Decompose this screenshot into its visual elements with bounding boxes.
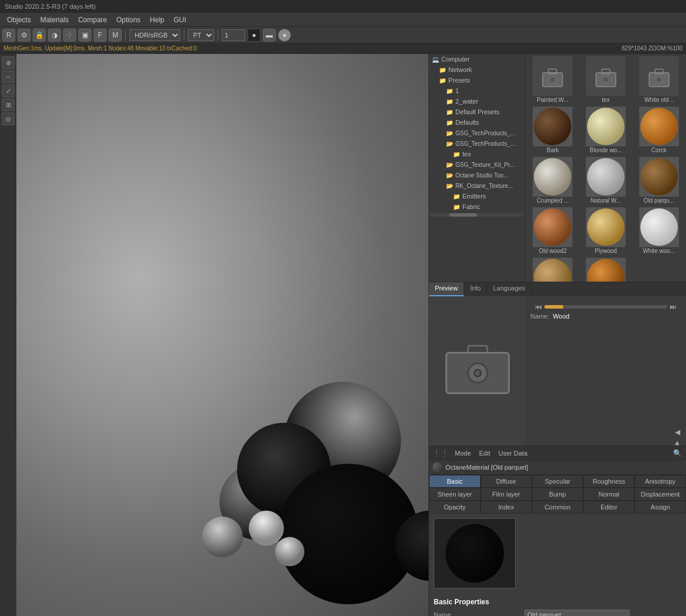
arrow-left-icon[interactable]: ◀ xyxy=(672,427,682,437)
toolbar-btn-plus[interactable]: ➕ xyxy=(63,29,76,42)
tree-scrollbar-thumb xyxy=(449,213,477,217)
mat-thumb-tex xyxy=(586,56,626,96)
mat-item-old-wood2[interactable]: Old wood2 xyxy=(527,206,579,255)
toolbar-rect-btn[interactable]: ▬ xyxy=(263,29,276,42)
pt-select[interactable]: PT xyxy=(188,29,214,41)
tab-anisotropy[interactable]: Anisotropy xyxy=(634,475,686,488)
mat-item-white-woo[interactable]: White woo... xyxy=(633,206,685,255)
tab-sheen[interactable]: Sheen layer xyxy=(429,488,481,501)
tab-bump[interactable]: Bump xyxy=(532,488,584,501)
toolbar-num-input[interactable] xyxy=(222,29,245,41)
tab-info[interactable]: Info xyxy=(464,282,487,296)
main-content: ⊕ ↔ ⤢ ⊞ ◎ 💻 Computer xyxy=(0,54,686,616)
toolbar-btn-lock[interactable]: 🔒 xyxy=(33,29,46,42)
tab-editor[interactable]: Editor xyxy=(583,501,634,514)
tab-film[interactable]: Film layer xyxy=(481,488,532,501)
mat-item-natural[interactable]: Natural W... xyxy=(580,156,632,205)
tab-basic[interactable]: Basic xyxy=(429,475,481,488)
menu-bar: Objects Materials Compare Options Help G… xyxy=(0,13,686,27)
arrow-up-icon[interactable]: ▲ xyxy=(672,437,682,448)
tree-presets[interactable]: 📁 Presets xyxy=(436,75,525,85)
toolbar-btn-circle[interactable]: ◑ xyxy=(48,29,61,42)
toolbar-btn-f[interactable]: F xyxy=(94,29,107,42)
menu-options[interactable]: Options xyxy=(112,15,145,25)
mat-item-old-parquet[interactable]: Old parqu... xyxy=(633,156,685,205)
mat-header-name: OctaneMaterial [Old parquet] xyxy=(445,464,528,471)
mode-btn[interactable]: Mode xyxy=(452,449,474,458)
vp-btn-1[interactable]: ⊕ xyxy=(2,56,15,69)
tab-opacity[interactable]: Opacity xyxy=(429,501,481,514)
tree-network[interactable]: 📁 Network xyxy=(436,64,525,75)
tab-languages[interactable]: Languages xyxy=(487,282,531,296)
tree-gsg1[interactable]: 📂 GSG_TechProducts_... xyxy=(443,128,525,138)
vp-btn-5[interactable]: ◎ xyxy=(2,112,15,125)
tree-scrollbar[interactable] xyxy=(430,213,524,217)
mat-item-cork[interactable]: Corck xyxy=(633,105,685,155)
tree-tex[interactable]: 📁 tex xyxy=(450,149,525,159)
mat-item-white-old[interactable]: White old .. xyxy=(633,55,685,104)
mat-item-crumpled[interactable]: Crumpled ... xyxy=(527,156,579,205)
tree-computer[interactable]: 💻 Computer xyxy=(429,54,525,64)
vp-btn-4[interactable]: ⊞ xyxy=(2,98,15,111)
mat-item-plywood[interactable]: Plywood xyxy=(580,206,632,255)
menu-materials[interactable]: Materials xyxy=(36,15,74,25)
tree-octane-studio[interactable]: 📂 Octane Studio Too... xyxy=(443,170,525,180)
prop-name-input[interactable] xyxy=(524,610,630,616)
toolbar-btn-m[interactable]: M xyxy=(109,29,122,42)
toolbar-btn-gear[interactable]: ⚙ xyxy=(18,29,30,42)
tree-rk-octane[interactable]: 📂 RK_Octane_Texture... xyxy=(443,180,525,191)
edit-btn[interactable]: Edit xyxy=(477,449,493,458)
tree-gsg2[interactable]: 📂 GSG_TechProducts_... xyxy=(443,138,525,149)
tree-defaults[interactable]: 📁 Defaults xyxy=(443,117,525,128)
tree-gsg-texture[interactable]: 📂 GSG_Texture_Kit_Pr... xyxy=(443,159,525,170)
mat-thumb-blonde xyxy=(586,107,626,146)
mat-item-tex[interactable]: tex xyxy=(580,55,632,104)
material-browser: 💻 Computer 📁 Network 📁 Presets 📁 1 📁 xyxy=(429,54,686,282)
user-data-btn[interactable]: User Data xyxy=(496,449,530,458)
toolbar-sphere-btn[interactable]: ● xyxy=(278,29,291,42)
progress-area: ⏮ ⏭ xyxy=(530,301,681,313)
tab-roughness[interactable]: Roughness xyxy=(583,475,634,488)
tab-index[interactable]: Index xyxy=(481,501,532,514)
tree-gsg1-label: GSG_TechProducts_... xyxy=(455,130,515,136)
folder-gsg-tex-icon: 📂 xyxy=(445,160,454,169)
mat-item-blonde[interactable]: Blonde wo... xyxy=(580,105,632,155)
tab-specular[interactable]: Specular xyxy=(532,475,584,488)
mat-thumb-painted xyxy=(533,56,572,96)
tab-diffuse[interactable]: Diffuse xyxy=(481,475,532,488)
tab-common[interactable]: Common xyxy=(532,501,584,514)
mat-item-woody[interactable]: woody xyxy=(580,256,632,282)
material-header: OctaneMaterial [Old parquet] xyxy=(429,460,686,475)
props-preview-row xyxy=(429,514,686,593)
vp-btn-3[interactable]: ⤢ xyxy=(2,84,15,97)
mat-thumb-old-parquet xyxy=(639,157,679,197)
tree-1[interactable]: 📁 1 xyxy=(443,85,525,96)
viewport[interactable] xyxy=(16,54,428,616)
mat-item-wood-insi[interactable]: Wood Insi... xyxy=(527,256,579,282)
menu-help[interactable]: Help xyxy=(145,15,169,25)
menu-compare[interactable]: Compare xyxy=(73,15,111,25)
tab-displacement[interactable]: Displacement xyxy=(634,488,686,501)
tree-default-presets[interactable]: 📁 Default Presets xyxy=(443,107,525,117)
mat-tabs-row3: Opacity Index Common Editor Assign xyxy=(429,501,686,514)
mat-label-cork: Corck xyxy=(651,147,667,153)
progress-bar xyxy=(544,305,667,309)
tree-2water[interactable]: 📁 2_water xyxy=(443,96,525,107)
tab-normal[interactable]: Normal xyxy=(583,488,634,501)
tab-preview[interactable]: Preview xyxy=(429,282,464,296)
tree-emitters[interactable]: 📁 Emitters xyxy=(450,191,525,201)
toolbar-btn-r[interactable]: R xyxy=(2,29,15,42)
tree-fabric[interactable]: 📁 Fabric xyxy=(450,201,525,212)
toolbar-sphere-dark[interactable]: ● xyxy=(248,29,260,42)
menu-gui[interactable]: GUI xyxy=(169,15,191,25)
mat-thumb-natural xyxy=(586,157,626,197)
search-icon[interactable]: 🔍 xyxy=(672,448,682,458)
toolbar-btn-square[interactable]: ▣ xyxy=(78,29,91,42)
mat-label-old-parquet: Old parqu... xyxy=(644,197,674,204)
hdr-select[interactable]: HDR/sRGB xyxy=(129,29,180,41)
tab-assign[interactable]: Assign xyxy=(634,501,686,514)
vp-btn-2[interactable]: ↔ xyxy=(2,70,15,83)
menu-objects[interactable]: Objects xyxy=(2,15,36,25)
mat-item-bark[interactable]: Bark xyxy=(527,105,579,155)
mat-item-painted[interactable]: Painted W... xyxy=(527,55,579,104)
